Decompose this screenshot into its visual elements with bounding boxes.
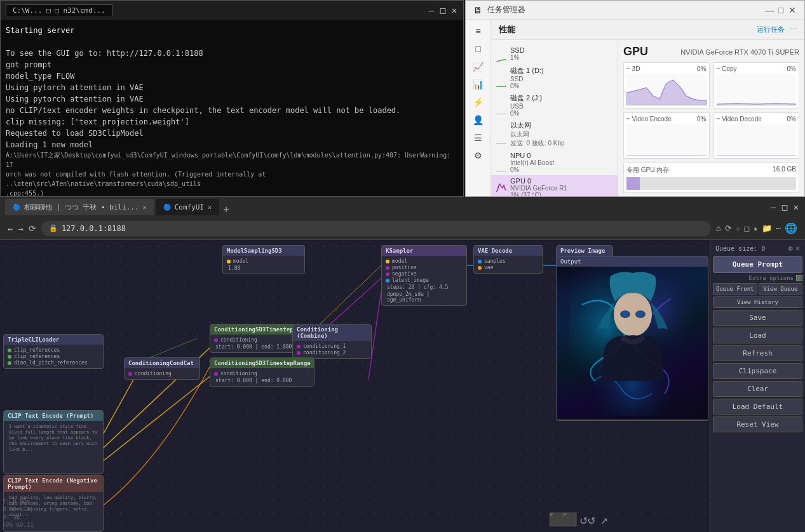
load-default-btn[interactable]: Load Default	[713, 399, 802, 415]
browser-titlebar: 🔵 相聊聊他 | つつ 千秋 • bili... ✕ 🔵 ComfyUI ✕ +…	[0, 197, 805, 217]
sidebar-icon-menu[interactable]: ≡	[472, 25, 485, 37]
forward-btn[interactable]: →	[18, 223, 23, 234]
tm-close-btn[interactable]: ✕	[788, 6, 797, 15]
tab-bili[interactable]: 🔵 相聊聊他 | つつ 千秋 • bili... ✕	[5, 199, 154, 215]
new-tab-btn[interactable]: +	[223, 203, 229, 215]
canvas-icon-fullscreen[interactable]: ↗	[600, 512, 608, 527]
cmd-line-8: no CLIP/text encoder weights in checkpoi…	[6, 105, 458, 116]
address-text: 127.0.0.1:8188	[62, 224, 126, 233]
cmd-line-9: clip missing: ['text_projection.weight']	[6, 116, 458, 128]
node-ksampler-header: KSampler	[382, 246, 466, 256]
sidebar-icon-startup[interactable]: ⚡	[472, 96, 485, 109]
address-bar-input[interactable]: 🔒 127.0.0.1:8188	[41, 221, 711, 236]
refresh-btn-panel[interactable]: Refresh	[713, 345, 802, 361]
node-clip-pos-header: CLIP Text Encode (Prompt)	[4, 411, 103, 421]
tab-comfyui-close[interactable]: ✕	[208, 204, 212, 211]
status-line3: 3: 38	[3, 514, 93, 522]
comfy-canvas[interactable]: ModelSamplingSD3 model 1.00 KSampler mod…	[0, 240, 710, 532]
node-tripleloader[interactable]: TripleCLILoader clip_references clip_ref…	[3, 334, 104, 369]
node-modelsampling-body: model 1.00	[223, 256, 304, 274]
tm-item-ssd[interactable]: SSD 1%	[491, 43, 618, 64]
sidebar-icon-users[interactable]: 👤	[472, 114, 485, 126]
tm-topbar: 性能 运行任务 ⋯	[491, 20, 804, 40]
tm-item-npu[interactable]: NPU 0 Intel(r) AI Boost 0%	[491, 150, 618, 175]
node-cond-combine[interactable]: Conditioning (Combine) conditioning_1 co…	[292, 324, 372, 359]
output-image-display	[557, 267, 708, 419]
sidebar-icon-services[interactable]: ⚙	[472, 149, 485, 162]
node-clip-neg-header: CLIP Text Encode (Negative Prompt)	[4, 475, 103, 492]
back-btn[interactable]: ←	[8, 223, 13, 234]
browser-close-btn[interactable]: ✕	[792, 203, 800, 211]
node-ksampler[interactable]: KSampler model positive negative latent_…	[381, 245, 467, 306]
cmd-line-14: .cpp:455.)	[6, 189, 458, 196]
node-vae-decode[interactable]: VAE Decode samples vae	[473, 245, 543, 274]
tm-item-disk2[interactable]: 磁盘 2 (J:) USB 0%	[491, 91, 618, 119]
tm-tab-title: 性能	[499, 24, 752, 36]
tm-item-gpu[interactable]: GPU 0 NVIDIA GeForce R1 3% (37 °C)	[491, 175, 618, 196]
tm-content: SSD 1% 磁盘 1 (D:) SSD 0%	[491, 40, 804, 196]
extra-options-checkbox[interactable]: ✓	[796, 275, 802, 281]
cmd-line-2	[6, 36, 458, 48]
port-combine-1: conditioning_1	[297, 343, 367, 349]
browser-minimize-btn[interactable]: —	[769, 203, 777, 211]
tm-item-ethernet[interactable]: 以太网 以太网 发送: 0 接收: 0 Kbp	[491, 119, 618, 150]
settings-icon[interactable]: ⋯	[776, 223, 781, 233]
cmd-close-btn[interactable]: ✕	[450, 6, 458, 14]
sidebar-icon-history[interactable]: 📊	[472, 78, 485, 91]
cmd-maximize-btn[interactable]: □	[439, 6, 447, 14]
cmd-window: C:\W... □ □ n32\cmd... — □ ✕ Starting se…	[0, 0, 464, 197]
queue-front-btn[interactable]: Queue Front	[713, 283, 757, 295]
cmd-controls: — □ ✕	[428, 6, 458, 14]
save-btn[interactable]: Save	[713, 310, 802, 326]
port-neg-cond-in: conditioning	[214, 371, 310, 376]
cmd-tab[interactable]: C:\W... □ □ n32\cmd...	[6, 4, 112, 16]
node-vae-decode-body: samples vae	[474, 256, 543, 273]
canvas-icon-grid[interactable]: ⬛⬛	[548, 512, 575, 527]
gpu-mini-chart	[496, 179, 506, 196]
tab-bili-close[interactable]: ✕	[143, 204, 147, 211]
tm-minimize-btn[interactable]: —	[765, 6, 774, 15]
sidebar-icon-details[interactable]: ☰	[472, 131, 485, 144]
refresh-page-icon[interactable]: ⟳	[725, 223, 732, 233]
node-modelsampling[interactable]: ModelSamplingSD3 model 1.00	[222, 245, 305, 274]
view-queue-btn[interactable]: View Queue	[759, 283, 803, 295]
canvas-icon-rotate[interactable]: ↺↺	[580, 512, 595, 527]
collections-icon[interactable]: 📁	[762, 223, 772, 233]
panel-settings-icon[interactable]: ⚙	[788, 244, 793, 253]
favorites-icon[interactable]: ★	[753, 223, 758, 233]
refresh-btn[interactable]: ⟳	[29, 223, 36, 234]
tm-run-task-btn[interactable]: 运行任务	[757, 25, 785, 34]
tab-comfyui[interactable]: 🔵 ComfyUI ✕	[156, 199, 219, 215]
panel-close-icon[interactable]: ✕	[795, 244, 800, 253]
bookmark-icon[interactable]: ☆	[736, 223, 741, 233]
view-history-btn[interactable]: View History	[713, 296, 802, 308]
sidebar-icon-processes[interactable]: □	[472, 43, 485, 55]
status-fps-val: FPS 69.11	[3, 521, 93, 529]
cmd-line-13: orch was not compiled with flash attenti…	[6, 170, 458, 189]
tm-item-disk1[interactable]: 磁盘 1 (D:) SSD 0%	[491, 64, 618, 91]
cmd-line-12: A:\Users\IT之家\Desktop\comfyui_sd3\ComfyU…	[6, 150, 458, 170]
load-btn[interactable]: Load	[713, 328, 802, 343]
sidebar-icon-performance[interactable]: 📈	[472, 60, 485, 73]
node-condcat[interactable]: ConditioningCondCat conditioning	[124, 357, 200, 380]
status-line2: 0.00 (18)	[3, 505, 93, 514]
tm-more-options-btn[interactable]: ⋯	[790, 25, 797, 34]
extra-options-label: Extra options	[749, 275, 794, 281]
translate-icon[interactable]: ⌂	[716, 223, 721, 233]
port-ksampler-model: model	[386, 258, 463, 264]
queue-prompt-btn[interactable]: Queue Prompt	[713, 256, 802, 273]
tm-maximize-btn[interactable]: □	[776, 6, 785, 15]
svg-marker-1	[717, 103, 797, 105]
node-cond-neg[interactable]: ConditioningSD3TimestepRange conditionin…	[210, 357, 315, 387]
node-clip-pos[interactable]: CLIP Text Encode (Prompt) I want a cinem…	[3, 410, 104, 474]
clear-btn[interactable]: Clear	[713, 381, 802, 397]
browser-maximize-btn[interactable]: □	[781, 203, 788, 211]
reset-view-btn[interactable]: Reset View	[713, 416, 802, 432]
node-clip-pos-body: I want a cinematic style fine. Vivid ful…	[4, 421, 103, 456]
browser-window: 🔵 相聊聊他 | つつ 千秋 • bili... ✕ 🔵 ComfyUI ✕ +…	[0, 197, 805, 532]
cmd-minimize-btn[interactable]: —	[428, 6, 435, 14]
clipspace-btn[interactable]: Clipspace	[713, 363, 802, 379]
extensions-icon[interactable]: □	[745, 223, 750, 233]
ssd-mini-chart	[496, 44, 506, 62]
port-clip1: clip_references	[8, 347, 99, 353]
